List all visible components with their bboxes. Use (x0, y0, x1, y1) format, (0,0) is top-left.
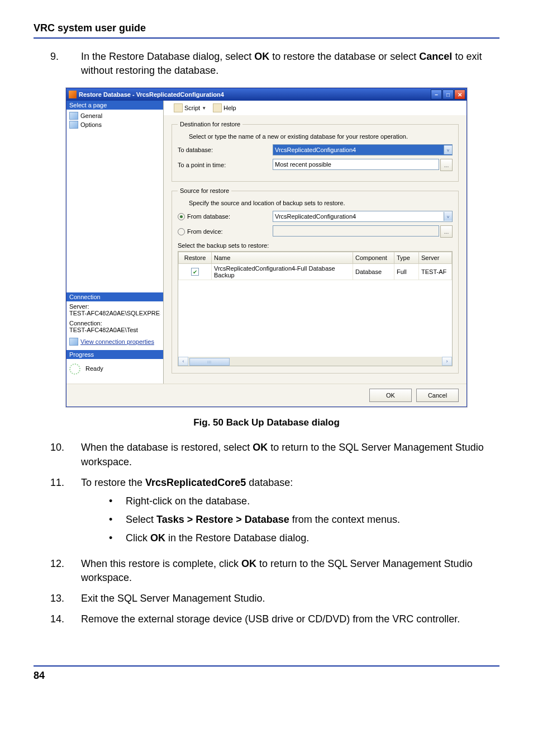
properties-icon (69, 338, 78, 346)
titlebar[interactable]: Restore Database - VrcsReplicatedConfigu… (66, 88, 467, 101)
from-device-input[interactable] (273, 225, 439, 237)
view-connection-properties-link[interactable]: View connection properties (80, 338, 154, 345)
to-point-label: To a point in time: (178, 162, 273, 168)
backup-sets-label: Select the backup sets to restore: (178, 242, 453, 249)
step-body: When this restore is complete, click OK … (81, 557, 488, 585)
col-name[interactable]: Name (212, 252, 353, 264)
footer-rule (34, 665, 499, 667)
restore-checkbox[interactable]: ✔ (191, 268, 199, 276)
chevron-down-icon: ▼ (202, 106, 206, 111)
minimize-button[interactable]: – (431, 89, 442, 100)
cell-component: Database (353, 264, 394, 280)
page-icon (69, 121, 78, 129)
sidebar: Select a page General Options Connection… (66, 101, 164, 384)
from-database-combo[interactable]: VrcsReplicatedConfiguration4 v (273, 211, 453, 222)
backup-sets-table-wrap: Restore Name Component Type Server ✔ Vrc… (178, 251, 453, 366)
chevron-down-icon[interactable]: v (444, 145, 452, 154)
close-button[interactable]: ✕ (454, 89, 465, 100)
toolbar: Script ▼ Help (164, 101, 467, 115)
backup-sets-table: Restore Name Component Type Server ✔ Vrc… (178, 252, 452, 280)
dialog-button-bar: OK Cancel (66, 384, 467, 407)
app-icon (69, 91, 77, 98)
help-button[interactable]: Help (213, 103, 236, 112)
browse-device-button[interactable]: ... (440, 225, 453, 238)
bullet-text: Right-click on the database. (126, 494, 250, 508)
bullet-text: Click OK in the Restore Database dialog. (126, 531, 309, 545)
maximize-button[interactable]: □ (442, 89, 454, 100)
sidebar-item-options[interactable]: Options (66, 120, 163, 129)
destination-legend: Destination for restore (178, 121, 242, 127)
restore-database-dialog: Restore Database - VrcsReplicatedConfigu… (66, 88, 467, 407)
figure-caption: Fig. 50 Back Up Database dialog (34, 417, 499, 428)
step-body: In the Restore Database dialog, select O… (81, 50, 488, 78)
step-number: 9. (50, 50, 81, 78)
script-icon (174, 103, 183, 112)
horizontal-scrollbar[interactable]: ‹ ||| › (178, 357, 452, 366)
progress-spinner-icon (69, 363, 80, 375)
to-database-label: To database: (178, 147, 273, 153)
cell-type: Full (394, 264, 419, 280)
help-icon (213, 103, 222, 112)
chevron-down-icon[interactable]: v (444, 212, 452, 221)
script-button[interactable]: Script ▼ (174, 103, 206, 112)
source-hint: Specify the source and location of backu… (189, 200, 453, 206)
progress-header: Progress (66, 350, 163, 359)
cell-server: TEST-AF (419, 264, 452, 280)
source-group: Source for restore Specify the source an… (172, 187, 459, 374)
sidebar-item-general[interactable]: General (66, 111, 163, 120)
step-number: 12. (50, 557, 81, 585)
browse-time-button[interactable]: ... (440, 159, 453, 171)
step-body: When the database is restored, select OK… (81, 441, 488, 469)
header-rule (34, 37, 499, 39)
from-device-radio[interactable] (178, 228, 185, 235)
step-body: Exit the SQL Server Management Studio. (81, 592, 488, 606)
from-database-radio[interactable] (178, 213, 185, 220)
step-body: Remove the external storage device (USB … (81, 612, 488, 626)
page-icon (69, 112, 78, 120)
connection-header: Connection (66, 292, 163, 301)
scroll-left-icon[interactable]: ‹ (178, 357, 188, 366)
server-value: TEST-AFC482A0AE\SQLEXPRES (69, 310, 160, 316)
select-page-header: Select a page (66, 101, 163, 110)
destination-hint: Select or type the name of a new or exis… (189, 133, 453, 140)
server-label: Server: (69, 303, 160, 310)
cell-name: VrcsReplicatedConfiguration4-Full Databa… (212, 264, 353, 280)
bullet-text: Select Tasks > Restore > Database from t… (126, 513, 400, 527)
page-number: 84 (34, 670, 499, 682)
connection-value: TEST-AFC482A0AE\Test (69, 327, 160, 333)
cancel-button[interactable]: Cancel (416, 389, 459, 402)
from-database-label: From database: (187, 213, 230, 220)
col-server[interactable]: Server (419, 252, 452, 264)
to-point-input[interactable]: Most recent possible (273, 159, 439, 170)
destination-group: Destination for restore Select or type t… (172, 121, 459, 182)
to-database-combo[interactable]: VrcsReplicatedConfiguration4 v (273, 144, 453, 155)
col-component[interactable]: Component (353, 252, 394, 264)
ok-button[interactable]: OK (369, 389, 412, 402)
connection-label: Connection: (69, 320, 160, 327)
table-row[interactable]: ✔ VrcsReplicatedConfiguration4-Full Data… (179, 264, 452, 280)
step-number: 14. (50, 612, 81, 626)
scroll-thumb[interactable]: ||| (189, 358, 230, 366)
col-restore[interactable]: Restore (179, 252, 212, 264)
scroll-right-icon[interactable]: › (442, 357, 452, 366)
col-type[interactable]: Type (394, 252, 419, 264)
window-title: Restore Database - VrcsReplicatedConfigu… (79, 91, 224, 98)
step-number: 13. (50, 592, 81, 606)
progress-status: Ready (85, 365, 103, 372)
step-body: To restore the VrcsReplicatedCore5 datab… (81, 476, 488, 550)
source-legend: Source for restore (178, 187, 231, 194)
step-number: 11. (50, 476, 81, 550)
from-device-label: From device: (187, 228, 223, 235)
page-header: VRC system user guide (34, 22, 499, 34)
step-number: 10. (50, 441, 81, 469)
